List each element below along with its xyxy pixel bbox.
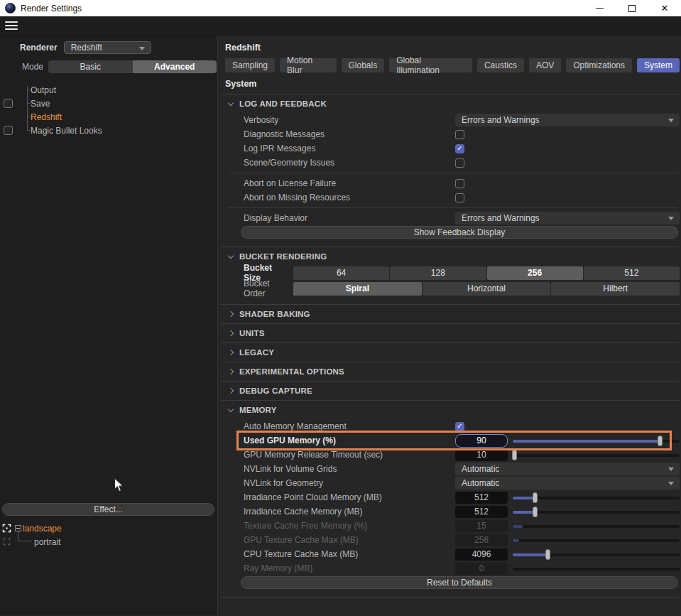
- tab-caustics[interactable]: Caustics: [477, 58, 524, 72]
- abort-license-failure-checkbox[interactable]: [455, 179, 464, 188]
- ray-memory-slider: [513, 563, 680, 575]
- chevron-collapsed-icon: [228, 330, 234, 336]
- tree-item-save[interactable]: Save: [0, 97, 217, 110]
- section-header-debug-capture[interactable]: DEBUG CAPTURE: [221, 382, 680, 400]
- inactive-render-setting-icon[interactable]: [3, 538, 11, 546]
- bucket-order-hilbert[interactable]: Hilbert: [551, 282, 680, 296]
- section-header-units[interactable]: UNITS: [221, 324, 680, 342]
- chevron-collapsed-icon: [228, 388, 234, 394]
- reset-to-defaults-button[interactable]: Reset to Defaults: [241, 576, 678, 589]
- row-nvlink-volume-grids: NVLink for Volume Grids Automatic: [221, 462, 680, 476]
- section-header-legacy[interactable]: LEGACY: [221, 343, 680, 362]
- slider-handle[interactable]: [512, 450, 517, 460]
- tab-motion-blur[interactable]: Motion Blur: [280, 58, 336, 72]
- section-bucket-rendering: BUCKET RENDERING Bucket Size 64 128 256 …: [221, 247, 680, 304]
- bucket-order-spiral[interactable]: Spiral: [293, 282, 422, 296]
- bucket-order-options: Spiral Horizontal Hilbert: [293, 282, 680, 296]
- abort-missing-resources-checkbox[interactable]: [455, 193, 464, 202]
- bucket-size-64[interactable]: 64: [293, 266, 389, 280]
- tree-item-magic-bullet-looks[interactable]: Magic Bullet Looks: [0, 124, 217, 137]
- tree-item-redshift[interactable]: Redshift: [0, 110, 217, 124]
- row-cpu-texture-cache-max: CPU Texture Cache Max (MB) 4096: [221, 547, 680, 561]
- section-debug-capture: DEBUG CAPTURE: [221, 381, 680, 400]
- irradiance-cache-memory-slider[interactable]: [513, 506, 680, 518]
- section-header-log-and-feedback[interactable]: LOG AND FEEDBACK: [221, 94, 680, 113]
- renderer-dropdown[interactable]: Redshift: [64, 41, 151, 54]
- slider-handle[interactable]: [533, 492, 538, 503]
- chevron-expanded-icon: [228, 252, 234, 258]
- section-header-shader-baking[interactable]: SHADER BAKING: [221, 305, 680, 323]
- slider-handle[interactable]: [545, 549, 550, 560]
- mode-basic-button[interactable]: Basic: [48, 60, 133, 73]
- bucket-size-128[interactable]: 128: [390, 266, 486, 280]
- cpu-texture-cache-max-input[interactable]: 4096: [455, 549, 508, 561]
- cpu-texture-cache-max-slider[interactable]: [513, 549, 680, 561]
- effect-button[interactable]: Effect...: [2, 503, 214, 516]
- menu-icon[interactable]: [5, 21, 18, 30]
- used-gpu-memory-input[interactable]: 90: [455, 434, 508, 448]
- tab-global-illumination[interactable]: Global Illumination: [389, 58, 472, 72]
- tree-item-output[interactable]: Output: [0, 83, 217, 97]
- tab-sampling[interactable]: Sampling: [225, 58, 275, 72]
- collapse-toggle-icon[interactable]: [15, 525, 21, 531]
- bucket-size-512[interactable]: 512: [584, 266, 680, 280]
- minimize-icon: [596, 8, 604, 9]
- magic-bullet-enable-checkbox[interactable]: [4, 126, 13, 135]
- chevron-down-icon: [668, 468, 674, 471]
- irradiance-cache-memory-input[interactable]: 512: [455, 506, 508, 518]
- tab-aov[interactable]: AOV: [529, 58, 561, 72]
- nvlink-volume-grids-dropdown[interactable]: Automatic: [455, 463, 680, 475]
- redshift-tabs: Sampling Motion Blur Globals Global Illu…: [225, 58, 680, 72]
- page-heading: System: [225, 79, 680, 89]
- row-nvlink-geometry: NVLink for Geometry Automatic: [221, 476, 680, 490]
- scene-geometry-issues-checkbox[interactable]: [455, 158, 464, 168]
- maximize-button[interactable]: [616, 0, 648, 16]
- chevron-down-icon: [139, 47, 145, 50]
- renderer-label: Renderer: [20, 43, 58, 53]
- section-header-experimental-options[interactable]: EXPERIMENTAL OPTIONS: [221, 362, 680, 381]
- close-button[interactable]: ✕: [648, 0, 681, 16]
- row-display-behavior: Display Behavior Errors and Warnings: [221, 211, 680, 225]
- preset-portrait[interactable]: portrait: [0, 535, 217, 549]
- show-feedback-display-button[interactable]: Show Feedback Display: [241, 226, 678, 239]
- mode-advanced-button[interactable]: Advanced: [133, 60, 217, 73]
- bucket-order-horizontal[interactable]: Horizontal: [423, 282, 551, 296]
- slider-handle[interactable]: [533, 507, 538, 517]
- close-icon: ✕: [661, 4, 669, 13]
- row-bucket-size: Bucket Size 64 128 256 512: [221, 266, 680, 280]
- settings-main-panel: Redshift Sampling Motion Blur Globals Gl…: [217, 36, 681, 615]
- section-shader-baking: SHADER BAKING: [221, 304, 680, 323]
- row-texture-cache-free-memory: Texture Cache Free Memory (%) 15: [221, 519, 680, 533]
- row-gpu-memory-release-timeout: GPU Memory Release Timeout (sec) 10: [221, 448, 680, 462]
- diagnostic-messages-checkbox[interactable]: [455, 130, 464, 139]
- row-irradiance-point-cloud-memory: Irradiance Point Cloud Memory (MB) 512: [221, 490, 680, 504]
- log-ipr-messages-checkbox[interactable]: [455, 144, 464, 153]
- gpu-memory-release-timeout-slider[interactable]: [513, 449, 680, 461]
- bucket-size-256[interactable]: 256: [487, 266, 583, 280]
- settings-sidebar: Renderer Redshift Mode Basic Advanced Ou…: [0, 36, 217, 615]
- tab-globals[interactable]: Globals: [342, 58, 385, 72]
- verbosity-dropdown[interactable]: Errors and Warnings: [455, 114, 680, 126]
- nvlink-geometry-dropdown[interactable]: Automatic: [455, 477, 680, 490]
- minimize-button[interactable]: [583, 0, 616, 16]
- row-bucket-order: Bucket Order Spiral Horizontal Hilbert: [221, 281, 680, 296]
- save-enable-checkbox[interactable]: [4, 99, 13, 108]
- active-render-setting-icon[interactable]: [2, 524, 11, 533]
- irradiance-point-cloud-memory-input[interactable]: 512: [455, 492, 508, 504]
- preset-landscape[interactable]: landscape: [0, 522, 217, 535]
- display-behavior-dropdown[interactable]: Errors and Warnings: [455, 212, 680, 225]
- mode-toggle: Basic Advanced: [48, 60, 217, 73]
- section-experimental-options: EXPERIMENTAL OPTIONS: [221, 362, 680, 381]
- render-settings-presets: landscape portrait: [0, 522, 217, 549]
- auto-memory-management-checkbox[interactable]: [455, 422, 464, 431]
- irradiance-point-cloud-memory-slider[interactable]: [513, 492, 680, 504]
- used-gpu-memory-slider[interactable]: [513, 435, 680, 447]
- row-verbosity: Verbosity Errors and Warnings: [221, 113, 680, 127]
- row-irradiance-cache-memory: Irradiance Cache Memory (MB) 512: [221, 504, 680, 519]
- slider-handle[interactable]: [658, 436, 663, 446]
- tab-optimizations[interactable]: Optimizations: [566, 58, 632, 72]
- section-header-memory[interactable]: MEMORY: [221, 401, 680, 419]
- tab-system[interactable]: System: [637, 58, 680, 72]
- titlebar: Render Settings ✕: [0, 0, 681, 16]
- gpu-memory-release-timeout-input[interactable]: 10: [455, 449, 508, 461]
